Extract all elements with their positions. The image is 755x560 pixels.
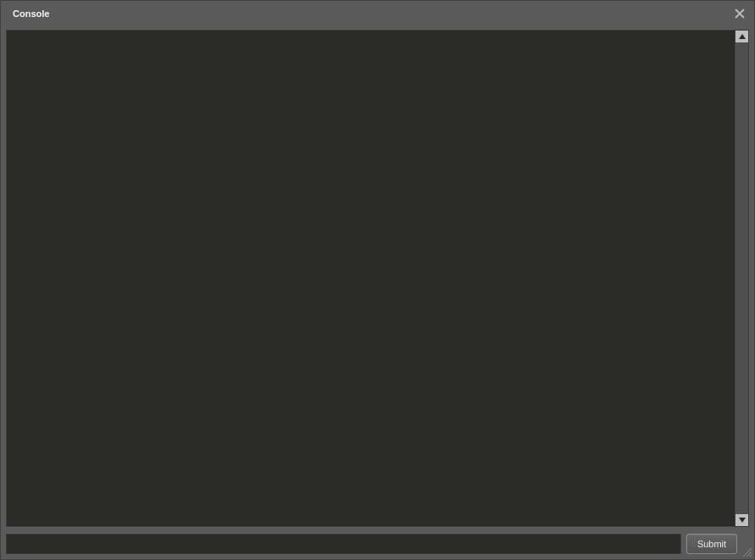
output-scrollbar[interactable]: [735, 30, 749, 527]
output-wrap: [6, 30, 749, 527]
submit-button[interactable]: Submit: [686, 534, 737, 554]
close-icon[interactable]: [732, 6, 747, 21]
command-input[interactable]: [6, 534, 681, 554]
titlebar[interactable]: Console: [1, 1, 754, 26]
input-row: Submit: [6, 534, 749, 554]
scroll-down-button[interactable]: [735, 514, 748, 526]
svg-marker-3: [739, 518, 746, 523]
svg-marker-2: [739, 34, 746, 39]
scroll-up-button[interactable]: [735, 31, 748, 42]
resize-grip-icon[interactable]: [741, 546, 752, 557]
svg-line-6: [750, 555, 752, 557]
content-area: Submit: [1, 26, 754, 559]
console-output[interactable]: [6, 30, 735, 527]
scroll-track[interactable]: [735, 42, 748, 514]
window-title: Console: [13, 8, 49, 19]
console-window: Console Submit: [0, 0, 755, 560]
